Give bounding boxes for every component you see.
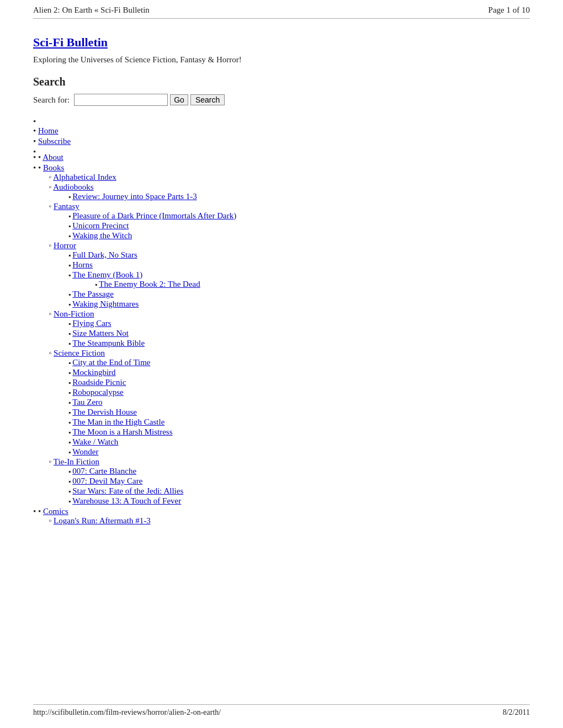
nav-item-pleasure-dark-prince[interactable]: Pleasure of a Dark Prince (Immortals Aft… (68, 211, 530, 221)
nav-item-city-end-time[interactable]: City at the End of Time (68, 358, 530, 367)
nav-item-warehouse-13[interactable]: Warehouse 13: A Touch of Fever (68, 496, 530, 506)
nav-link-audiobooks[interactable]: Audiobooks (53, 183, 93, 191)
nav-link-007-carte-blanche[interactable]: 007: Carte Blanche (72, 467, 136, 475)
nav-link-subscribe[interactable]: Subscribe (38, 137, 71, 146)
nav-item-full-dark[interactable]: Full Dark, No Stars (68, 250, 530, 260)
nav-item-alphabetical-index[interactable]: Alphabetical Index (49, 173, 530, 182)
nav-item-roadside-picnic[interactable]: Roadside Picnic (68, 378, 530, 387)
nav-link-home[interactable]: Home (38, 126, 59, 135)
nav-item-the-passage[interactable]: The Passage (68, 290, 530, 299)
nav-link-the-passage[interactable]: The Passage (72, 290, 114, 298)
nav-link-pleasure-dark-prince[interactable]: Pleasure of a Dark Prince (Immortals Aft… (72, 211, 236, 220)
nav-item-size-matters[interactable]: Size Matters Not (68, 329, 530, 338)
footer-date: 8/2/2011 (503, 708, 530, 717)
nav-item-waking-witch[interactable]: Waking the Witch (68, 231, 530, 240)
nav-link-steampunk-bible[interactable]: The Steampunk Bible (72, 339, 145, 347)
site-title[interactable]: Sci-Fi Bulletin (33, 35, 530, 50)
nav-item-robopocalypse[interactable]: Robopocalypse (68, 388, 530, 397)
nav-item-enemy-book1[interactable]: The Enemy (Book 1) The Enemy Book 2: The… (68, 270, 530, 289)
nav-link-waking-nightmares[interactable]: Waking Nightmares (72, 299, 139, 308)
nav-link-about[interactable]: About (43, 153, 63, 162)
search-label: Search for: (33, 95, 70, 105)
nav-item-journey-space[interactable]: Review: Journey into Space Parts 1-3 (68, 192, 530, 201)
nav-item-007-carte-blanche[interactable]: 007: Carte Blanche (68, 467, 530, 476)
nav-link-full-dark[interactable]: Full Dark, No Stars (72, 250, 137, 259)
nav-item-about[interactable]: • About (33, 153, 530, 162)
nav-link-star-wars-allies[interactable]: Star Wars: Fate of the Jedi: Allies (72, 486, 183, 495)
nav-link-enemy-book2[interactable]: The Enemy Book 2: The Dead (99, 280, 200, 288)
nav-item-logans-run[interactable]: Logan's Run: Aftermath #1-3 (49, 516, 530, 526)
nav-item-dervish-house[interactable]: The Dervish House (68, 408, 530, 417)
nav-link-robopocalypse[interactable]: Robopocalypse (72, 388, 123, 397)
nav-link-man-high-castle[interactable]: The Man in the High Castle (72, 417, 164, 426)
nav-link-wonder[interactable]: Wonder (72, 447, 98, 456)
nav-link-tau-zero[interactable]: Tau Zero (72, 398, 102, 406)
nav-link-007-devil-may-care[interactable]: 007: Devil May Care (72, 477, 142, 485)
nav-item-tie-in-fiction[interactable]: Tie-In Fiction 007: Carte Blanche 007: D… (49, 457, 530, 506)
nav-link-horns[interactable]: Horns (72, 260, 93, 269)
site-tagline: Exploring the Universes of Science Ficti… (33, 55, 530, 65)
nav-item-moon-harsh-mistress[interactable]: The Moon is a Harsh Mistress (68, 427, 530, 437)
nav-link-wake-watch[interactable]: Wake / Watch (72, 437, 118, 446)
nav-link-non-fiction[interactable]: Non-Fiction (54, 309, 94, 318)
nav-item-wake-watch[interactable]: Wake / Watch (68, 437, 530, 447)
nav-link-alphabetical-index[interactable]: Alphabetical Index (53, 173, 116, 181)
nav-link-moon-harsh-mistress[interactable]: The Moon is a Harsh Mistress (72, 427, 172, 436)
nav-item-fantasy[interactable]: Fantasy Pleasure of a Dark Prince (Immor… (49, 202, 530, 240)
nav-item-horror[interactable]: Horror Full Dark, No Stars Horns The Ene… (49, 241, 530, 309)
nav-link-mockingbird[interactable]: Mockingbird (72, 368, 115, 377)
site-navigation: • Home • Subscribe • About • Books Alpha… (33, 117, 530, 526)
nav-link-city-end-time[interactable]: City at the End of Time (72, 358, 150, 367)
nav-item-audiobooks[interactable]: Audiobooks Review: Journey into Space Pa… (49, 183, 530, 201)
nav-link-logans-run[interactable]: Logan's Run: Aftermath #1-3 (54, 516, 151, 525)
nav-link-science-fiction[interactable]: Science Fiction (54, 349, 105, 357)
nav-link-journey-space[interactable]: Review: Journey into Space Parts 1-3 (72, 192, 196, 201)
nav-item-flying-cars[interactable]: Flying Cars (68, 319, 530, 328)
nav-link-comics[interactable]: Comics (43, 507, 68, 516)
nav-item-home[interactable]: • Home (33, 126, 530, 136)
search-button[interactable]: Search (190, 94, 225, 105)
nav-link-enemy-book1[interactable]: The Enemy (Book 1) (72, 270, 142, 279)
page-number: Page 1 of 10 (488, 6, 530, 15)
nav-item-unicorn-precinct[interactable]: Unicorn Precinct (68, 221, 530, 231)
nav-item-man-high-castle[interactable]: The Man in the High Castle (68, 417, 530, 427)
go-button[interactable]: Go (170, 94, 188, 105)
nav-link-tie-in-fiction[interactable]: Tie-In Fiction (54, 457, 99, 466)
nav-link-size-matters[interactable]: Size Matters Not (72, 329, 129, 338)
nav-link-warehouse-13[interactable]: Warehouse 13: A Touch of Fever (72, 496, 181, 505)
nav-link-flying-cars[interactable]: Flying Cars (72, 319, 111, 328)
nav-link-dervish-house[interactable]: The Dervish House (72, 408, 137, 416)
nav-item-non-fiction[interactable]: Non-Fiction Flying Cars Size Matters Not… (49, 309, 530, 348)
nav-item-books[interactable]: • Books Alphabetical Index Audiobooks Re… (33, 163, 530, 506)
nav-item-mockingbird[interactable]: Mockingbird (68, 368, 530, 377)
nav-link-roadside-picnic[interactable]: Roadside Picnic (72, 378, 126, 387)
nav-item-star-wars-allies[interactable]: Star Wars: Fate of the Jedi: Allies (68, 486, 530, 496)
search-input[interactable] (74, 94, 168, 106)
nav-item-science-fiction[interactable]: Science Fiction City at the End of Time … (49, 349, 530, 457)
nav-item-enemy-book2[interactable]: The Enemy Book 2: The Dead (95, 280, 530, 289)
nav-item-subscribe[interactable]: • Subscribe (33, 137, 530, 146)
nav-link-unicorn-precinct[interactable]: Unicorn Precinct (72, 221, 129, 230)
nav-link-fantasy[interactable]: Fantasy (54, 202, 79, 211)
search-heading: Search (33, 76, 530, 88)
nav-item-horns[interactable]: Horns (68, 260, 530, 270)
nav-item-tau-zero[interactable]: Tau Zero (68, 398, 530, 407)
nav-item-wonder[interactable]: Wonder (68, 447, 530, 457)
nav-item-007-devil-may-care[interactable]: 007: Devil May Care (68, 477, 530, 486)
footer-url: http://scifibulletin.com/film-reviews/ho… (33, 708, 221, 717)
nav-link-books[interactable]: Books (43, 163, 64, 172)
nav-item-waking-nightmares[interactable]: Waking Nightmares (68, 299, 530, 309)
browser-tab-title: Alien 2: On Earth « Sci-Fi Bulletin (33, 6, 150, 15)
nav-item-comics[interactable]: • Comics Logan's Run: Aftermath #1-3 (33, 507, 530, 526)
nav-link-waking-witch[interactable]: Waking the Witch (72, 231, 132, 240)
nav-item-steampunk-bible[interactable]: The Steampunk Bible (68, 339, 530, 348)
nav-link-horror[interactable]: Horror (54, 241, 76, 250)
